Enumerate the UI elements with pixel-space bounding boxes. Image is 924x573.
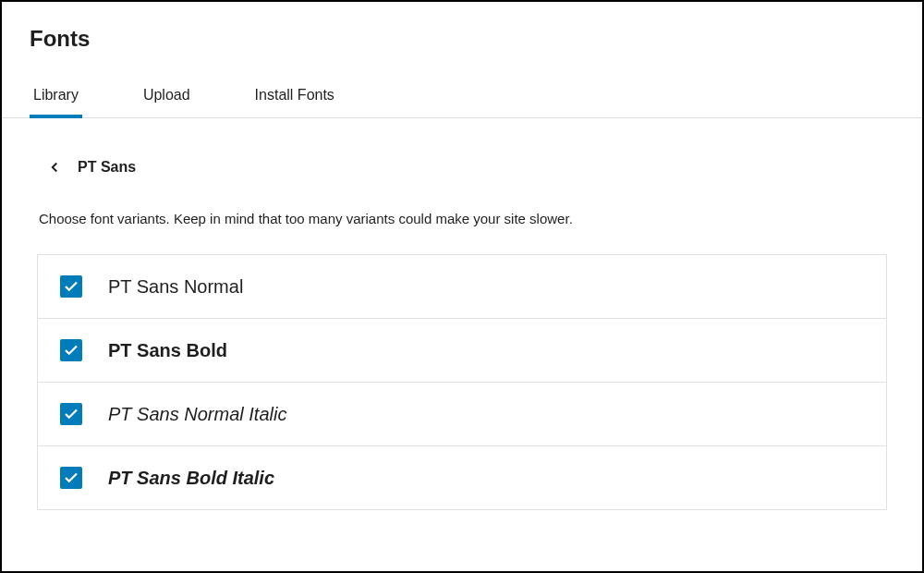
font-name: PT Sans xyxy=(78,159,136,176)
checkbox[interactable] xyxy=(60,339,82,361)
checkbox[interactable] xyxy=(60,275,82,298)
checkbox[interactable] xyxy=(60,467,82,489)
back-icon[interactable] xyxy=(46,159,63,176)
variant-row[interactable]: PT Sans Bold xyxy=(38,319,886,383)
description: Choose font variants. Keep in mind that … xyxy=(37,211,887,226)
variant-row[interactable]: PT Sans Normal xyxy=(38,255,886,319)
page-title: Fonts xyxy=(2,2,922,52)
variant-label: PT Sans Bold Italic xyxy=(108,468,274,489)
tab-library[interactable]: Library xyxy=(30,87,82,118)
variant-label: PT Sans Normal Italic xyxy=(108,404,286,425)
variant-row[interactable]: PT Sans Normal Italic xyxy=(38,383,886,446)
checkbox[interactable] xyxy=(60,403,82,425)
tab-upload[interactable]: Upload xyxy=(140,87,194,117)
variant-list: PT Sans Normal PT Sans Bold PT Sans Norm… xyxy=(37,254,887,510)
variant-row[interactable]: PT Sans Bold Italic xyxy=(38,446,886,510)
breadcrumb: PT Sans xyxy=(37,159,887,176)
tab-install-fonts[interactable]: Install Fonts xyxy=(251,87,338,117)
variant-label: PT Sans Normal xyxy=(108,276,243,298)
variant-label: PT Sans Bold xyxy=(108,340,227,361)
tabs: Library Upload Install Fonts xyxy=(2,52,922,118)
